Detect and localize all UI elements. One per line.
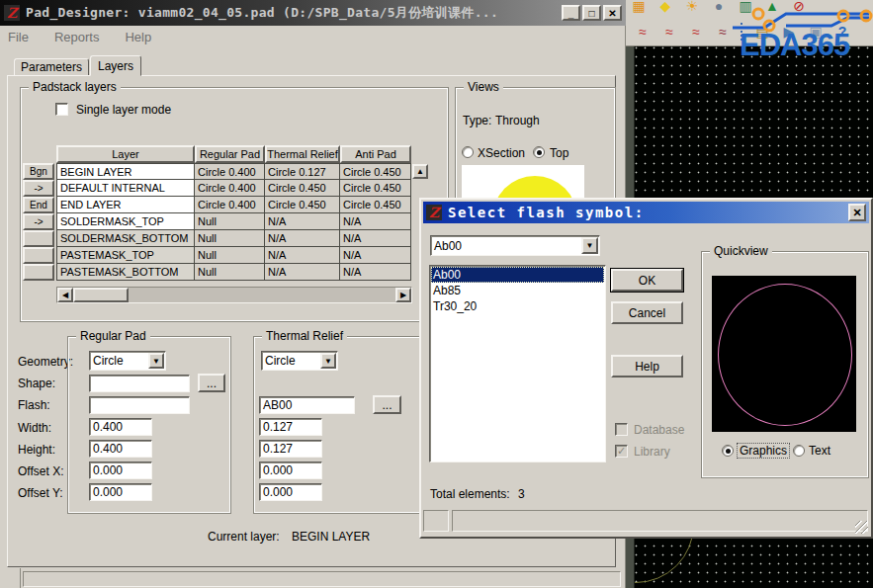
scroll-up-icon[interactable]: ▲: [412, 164, 428, 179]
table-cell-thermal[interactable]: N/A: [265, 247, 340, 264]
table-cell-thermal[interactable]: Circle 0.127: [265, 163, 340, 180]
padstack-layers-label: Padstack layers: [29, 80, 121, 94]
xsection-radio[interactable]: [462, 146, 474, 158]
list-item[interactable]: Ab00: [431, 267, 604, 283]
dropdown-icon[interactable]: ▼: [148, 353, 164, 369]
thermal-offset-x-field[interactable]: 0.000: [259, 462, 322, 479]
regular-shape-field[interactable]: [89, 375, 190, 392]
column-header-anti-pad[interactable]: Anti Pad: [340, 145, 411, 163]
list-item[interactable]: Tr30_20: [431, 298, 604, 314]
flash-symbol-list[interactable]: Ab00 Ab85 Tr30_20: [429, 265, 606, 462]
maximize-button[interactable]: □: [582, 5, 601, 21]
table-cell-thermal[interactable]: N/A: [265, 264, 340, 281]
scroll-left-icon[interactable]: ◀: [57, 288, 73, 302]
table-cell-layer[interactable]: BEGIN LAYER: [56, 163, 195, 180]
row-tag-button[interactable]: ->: [23, 180, 54, 197]
sun-icon[interactable]: ☀: [683, 0, 701, 15]
row-tag-button[interactable]: [23, 230, 54, 247]
column-header-layer[interactable]: Layer: [56, 145, 195, 163]
table-cell-layer[interactable]: SOLDERMASK_TOP: [56, 213, 195, 230]
library-checkbox[interactable]: ✓: [615, 445, 628, 458]
hscroll-thumb[interactable]: [73, 288, 129, 302]
row-tag-button[interactable]: Bgn: [23, 163, 54, 180]
help-button[interactable]: Help: [611, 355, 683, 378]
table-cell-anti[interactable]: Circle 0.450: [340, 180, 411, 197]
shape-browse-button[interactable]: ...: [198, 374, 225, 392]
tab-layers[interactable]: Layers: [90, 55, 141, 76]
table-cell-regular[interactable]: Circle 0.400: [195, 163, 265, 180]
row-tag-button[interactable]: [23, 264, 54, 281]
flash-symbol-combobox[interactable]: Ab00 ▼: [430, 235, 600, 256]
menu-file[interactable]: File: [8, 30, 29, 44]
table-cell-regular[interactable]: Circle 0.400: [195, 180, 265, 197]
thermal-offset-y-field[interactable]: 0.000: [259, 483, 322, 501]
regular-height-field[interactable]: 0.400: [89, 440, 152, 458]
sphere-icon[interactable]: ●: [710, 0, 728, 15]
top-radio[interactable]: [533, 146, 545, 158]
thermal-flash-field[interactable]: AB00: [259, 396, 355, 414]
table-cell-thermal[interactable]: Circle 0.450: [265, 197, 340, 213]
row-tag-button[interactable]: [23, 247, 54, 264]
table-cell-layer[interactable]: PASTEMASK_TOP: [56, 247, 195, 264]
database-checkbox[interactable]: [615, 423, 628, 436]
close-button[interactable]: ✕: [603, 5, 622, 21]
offset-x-label: Offset X:: [18, 464, 63, 478]
table-cell-anti[interactable]: Circle 0.450: [340, 197, 411, 213]
table-cell-anti[interactable]: Circle 0.450: [340, 163, 411, 180]
table-cell-layer[interactable]: PASTEMASK_BOTTOM: [56, 264, 195, 281]
cancel-button[interactable]: Cancel: [611, 301, 683, 324]
table-cell-thermal[interactable]: N/A: [265, 213, 340, 230]
regular-offset-x-field[interactable]: 0.000: [89, 462, 152, 479]
waveform-icon[interactable]: ≈: [687, 23, 705, 41]
table-cell-anti[interactable]: N/A: [340, 264, 411, 281]
regular-offset-y-field[interactable]: 0.000: [89, 483, 152, 501]
library-checkbox-label: Library: [634, 445, 670, 459]
dialog-titlebar[interactable]: Z Select flash symbol:: [423, 202, 869, 223]
row-tag-button[interactable]: End: [23, 197, 54, 213]
scroll-right-icon[interactable]: ▶: [395, 288, 411, 302]
thermal-width-field[interactable]: 0.127: [259, 418, 322, 436]
table-cell-layer[interactable]: DEFAULT INTERNAL: [56, 180, 195, 197]
waveform-icon[interactable]: ≈: [634, 23, 652, 41]
row-tag-button[interactable]: ->: [23, 213, 54, 230]
resize-grip[interactable]: [855, 521, 868, 534]
thermal-geometry-combobox[interactable]: Circle ▼: [261, 351, 338, 371]
graphics-radio[interactable]: [722, 445, 734, 457]
main-titlebar[interactable]: Z Pad_Designer: viamm02_04_05.pad (D:/SP…: [0, 0, 626, 26]
dropdown-icon[interactable]: ▼: [320, 353, 336, 369]
minimize-button[interactable]: _: [562, 5, 580, 21]
table-hscrollbar[interactable]: ◀ ▶: [56, 287, 412, 303]
regular-width-field[interactable]: 0.400: [89, 418, 152, 436]
column-header-regular-pad[interactable]: Regular Pad: [195, 145, 265, 163]
regular-flash-field[interactable]: [89, 396, 190, 414]
diamond-icon[interactable]: ◆: [656, 0, 674, 15]
table-cell-thermal[interactable]: N/A: [265, 230, 340, 247]
table-cell-layer[interactable]: SOLDERMASK_BOTTOM: [56, 230, 195, 247]
ruler-icon[interactable]: ▦: [630, 0, 648, 15]
table-cell-regular[interactable]: Null: [195, 213, 265, 230]
total-elements-value: 3: [518, 487, 525, 501]
thermal-height-field[interactable]: 0.127: [259, 440, 322, 458]
table-cell-anti[interactable]: N/A: [340, 230, 411, 247]
waveform-icon[interactable]: ≈: [660, 23, 678, 41]
ok-button[interactable]: OK: [611, 269, 683, 292]
table-cell-regular[interactable]: Null: [195, 230, 265, 247]
table-cell-thermal[interactable]: Circle 0.450: [265, 180, 340, 197]
thermal-flash-browse-button[interactable]: ...: [373, 395, 401, 414]
table-cell-regular[interactable]: Null: [195, 247, 265, 264]
tab-parameters[interactable]: Parameters: [14, 58, 89, 76]
table-cell-layer[interactable]: END LAYER: [56, 197, 195, 213]
table-cell-regular[interactable]: Null: [195, 264, 265, 281]
regular-geometry-combobox[interactable]: Circle ▼: [89, 351, 166, 371]
single-layer-mode-checkbox[interactable]: [55, 103, 68, 116]
text-radio[interactable]: [793, 445, 805, 457]
table-cell-anti[interactable]: N/A: [340, 247, 411, 264]
menu-reports[interactable]: Reports: [54, 30, 100, 44]
column-header-thermal-relief[interactable]: Thermal Relief: [265, 145, 340, 163]
menu-help[interactable]: Help: [125, 30, 151, 44]
list-item[interactable]: Ab85: [431, 283, 604, 298]
table-cell-regular[interactable]: Circle 0.400: [195, 197, 265, 213]
dialog-close-icon[interactable]: ✕: [848, 204, 866, 221]
dropdown-icon[interactable]: ▼: [581, 237, 598, 254]
table-cell-anti[interactable]: N/A: [340, 213, 411, 230]
